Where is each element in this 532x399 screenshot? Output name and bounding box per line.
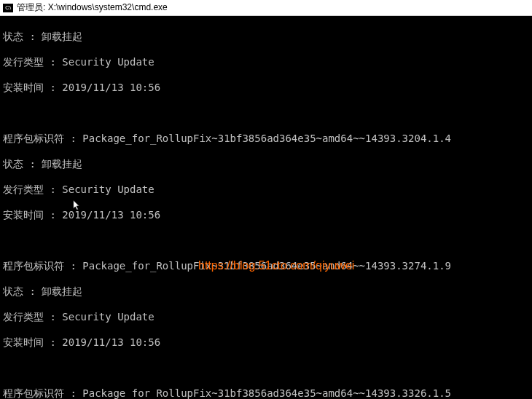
output-line: 程序包标识符 : Package_for_RollupFix~31bf3856a… bbox=[3, 387, 529, 400]
output-line: 状态 : 卸载挂起 bbox=[3, 158, 529, 171]
output-line: 发行类型 : Security Update bbox=[3, 56, 529, 69]
output-line: 状态 : 卸载挂起 bbox=[3, 285, 529, 299]
output-line: 安装时间 : 2019/11/13 10:56 bbox=[3, 336, 529, 349]
watermark-text: https://blog.51cto.com/qiyuwei bbox=[198, 259, 354, 272]
output-line: 安装时间 : 2019/11/13 10:56 bbox=[3, 82, 529, 95]
cmd-icon: C:\ bbox=[3, 4, 13, 12]
output-line: 程序包标识符 : Package_for_RollupFix~31bf3856a… bbox=[3, 133, 529, 146]
output-line: 发行类型 : Security Update bbox=[3, 183, 529, 197]
output-line: 安装时间 : 2019/11/13 10:56 bbox=[3, 209, 529, 222]
output-line: 状态 : 卸载挂起 bbox=[3, 31, 529, 44]
window-title: 管理员: X:\windows\system32\cmd.exe bbox=[17, 1, 168, 14]
window-titlebar[interactable]: C:\ 管理员: X:\windows\system32\cmd.exe bbox=[0, 0, 532, 16]
terminal-output: 状态 : 卸载挂起 发行类型 : Security Update 安装时间 : … bbox=[0, 16, 532, 399]
output-line: 发行类型 : Security Update bbox=[3, 311, 529, 324]
